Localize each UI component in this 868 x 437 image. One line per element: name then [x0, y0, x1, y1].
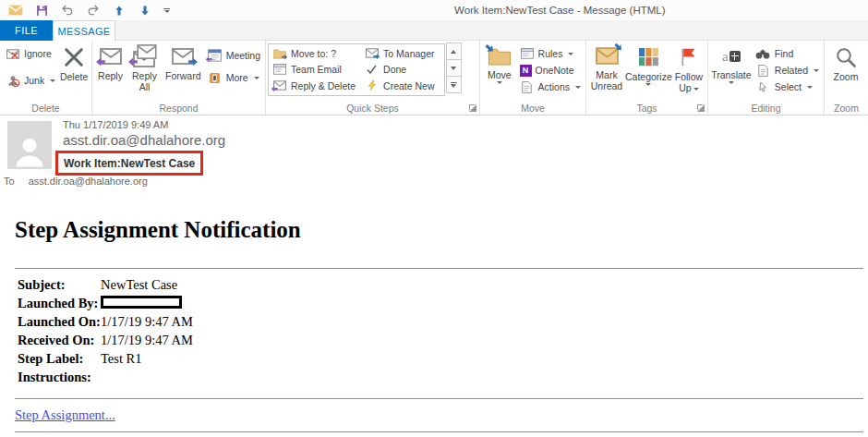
ribbon-group-zoom: Zoom Zoom [825, 41, 868, 115]
delete-button[interactable]: Delete [58, 42, 90, 82]
forward-label: Forward [165, 70, 201, 81]
zoom-magnifier-icon [835, 44, 857, 69]
redo-button[interactable] [86, 3, 101, 18]
divider [15, 268, 863, 269]
step-assignment-link[interactable]: Step Assignment... [15, 407, 115, 423]
move-dropdown-caret-icon [497, 81, 502, 86]
zoom-button[interactable]: Zoom [826, 42, 865, 82]
notification-heading: Step Assignment Notification [15, 217, 868, 243]
group-label-delete: Delete [0, 103, 91, 114]
rules-button[interactable]: Rules [517, 45, 584, 62]
select-label: Select [775, 81, 802, 92]
previous-item-button[interactable] [112, 3, 127, 18]
quick-step-done[interactable]: Done [363, 62, 441, 79]
tab-message[interactable]: MESSAGE [53, 20, 115, 41]
group-label-quick-steps: Quick Steps [266, 103, 479, 114]
categorize-label: Categorize [625, 71, 672, 82]
done-check-icon [365, 64, 379, 76]
ribbon-group-delete: Ignore Junk Delete Delete [0, 41, 92, 115]
more-respond-button[interactable]: More [204, 69, 263, 86]
quick-step-to-manager[interactable]: To Manager [363, 45, 441, 62]
reply-all-icon [129, 44, 159, 68]
junk-label: Junk [24, 75, 44, 86]
reply-all-button[interactable]: Reply All [127, 42, 163, 92]
reply-icon [97, 44, 125, 68]
group-label-respond: Respond [92, 103, 265, 114]
divider [15, 431, 863, 432]
redaction-box [101, 296, 182, 309]
quick-step-team-email[interactable]: Team Email [271, 62, 363, 79]
quick-steps-scroll-up[interactable] [446, 42, 462, 60]
mark-unread-label: Mark Unread [588, 69, 625, 91]
field-row-launched-by: Launched By: [18, 294, 868, 312]
meeting-label: Meeting [226, 50, 260, 61]
reply-button[interactable]: Reply [94, 42, 127, 81]
ribbon-group-move: Move Rules N OneNote Actions Move [480, 41, 586, 115]
quick-steps-scroll-down[interactable] [446, 59, 462, 77]
undo-button[interactable] [60, 3, 75, 18]
related-button[interactable]: Related [753, 62, 822, 79]
move-button[interactable]: Move [482, 42, 517, 86]
ignore-label: Ignore [24, 48, 52, 59]
actions-button[interactable]: Actions [517, 79, 584, 95]
quick-steps-scrollbar [446, 43, 462, 93]
reply-all-label: Reply All [127, 70, 161, 92]
rules-icon [520, 47, 535, 60]
mark-unread-button[interactable]: Mark Unread [588, 42, 625, 91]
ribbon: Ignore Junk Delete Delete Reply Reply [0, 41, 868, 115]
message-header: Thu 1/17/2019 9:49 AM asst.dir.oa@dhalah… [0, 115, 868, 189]
ribbon-group-quick-steps: Move to: ? Team Email Reply & Delete To … [266, 41, 480, 115]
to-recipient-email[interactable]: asst.dir.oa@dhalahore.org [29, 176, 148, 187]
save-button[interactable] [34, 3, 49, 18]
junk-button[interactable]: Junk [2, 72, 58, 89]
move-to-folder-icon [272, 47, 286, 59]
quick-steps-dialog-launcher-icon[interactable] [469, 104, 477, 113]
delete-label: Delete [60, 71, 88, 82]
onenote-button[interactable]: N OneNote [517, 62, 584, 79]
ribbon-tab-row: FILE MESSAGE [0, 20, 868, 41]
mail-app-icon [8, 3, 23, 18]
onenote-label: OneNote [536, 65, 574, 76]
message-date: Thu 1/17/2019 9:49 AM [63, 119, 868, 130]
meeting-button[interactable]: Meeting [204, 47, 263, 64]
message-subject: Work Item:NewTest Case [64, 157, 195, 170]
quick-step-move-to[interactable]: Move to: ? [271, 45, 363, 62]
reply-label: Reply [98, 70, 123, 81]
ribbon-group-respond: Reply Reply All Forward Meeting More [92, 41, 266, 115]
meeting-icon [207, 49, 223, 63]
related-icon [755, 64, 771, 77]
sender-email[interactable]: asst.dir.oa@dhalahore.org [63, 132, 868, 148]
translate-dropdown-caret-icon [729, 81, 734, 86]
move-folder-icon [486, 44, 513, 67]
tags-dialog-launcher-icon[interactable] [697, 104, 705, 113]
customize-quick-access-toolbar-button[interactable] [163, 8, 170, 13]
select-cursor-icon [755, 80, 771, 93]
onenote-icon: N [520, 65, 532, 77]
field-row-received-on: Received On: 1/17/19 9:47 AM [18, 331, 868, 349]
field-row-launched-on: Launched On: 1/17/19 9:47 AM [18, 312, 868, 331]
translate-button[interactable]: a Translate [710, 42, 753, 86]
more-respond-icon [207, 71, 223, 85]
title-bar: Work Item:NewTest Case - Message (HTML) [0, 0, 868, 20]
quick-steps-gallery: Move to: ? Team Email Reply & Delete To … [268, 43, 445, 96]
tab-file[interactable]: FILE [0, 20, 53, 41]
quick-access-toolbar [0, 3, 170, 18]
follow-up-flag-icon [679, 44, 698, 69]
ribbon-group-tags: Mark Unread Categorize Follow Up Tags [586, 41, 708, 115]
find-button[interactable]: Find [753, 45, 822, 62]
group-label-move: Move [480, 103, 585, 114]
select-button[interactable]: Select [753, 79, 822, 95]
message-body: Step Assignment Notification Subject: Ne… [0, 217, 868, 432]
ribbon-group-editing: a Translate Find Related Select Editing [708, 41, 825, 115]
quick-step-reply-delete[interactable]: Reply & Delete [271, 78, 363, 94]
forward-button[interactable]: Forward [163, 42, 204, 81]
related-label: Related [775, 65, 808, 76]
next-item-button[interactable] [138, 3, 152, 18]
quick-step-create-new[interactable]: Create New [363, 78, 441, 94]
categorize-button[interactable]: Categorize [625, 42, 672, 88]
ignore-button[interactable]: Ignore [2, 45, 58, 62]
follow-up-button[interactable]: Follow Up [672, 42, 705, 93]
quick-steps-more-button[interactable] [446, 76, 462, 93]
person-icon [13, 134, 46, 169]
field-row-instructions: Instructions: [18, 368, 868, 386]
